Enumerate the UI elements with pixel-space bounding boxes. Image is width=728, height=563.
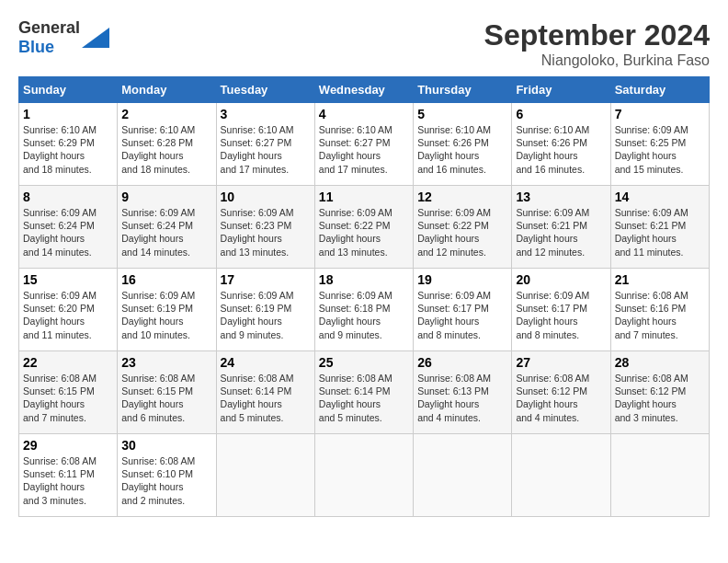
day-info: Sunrise: 6:08 AM Sunset: 6:10 PM Dayligh…: [121, 454, 211, 507]
day-number: 9: [121, 190, 211, 204]
day-info: Sunrise: 6:08 AM Sunset: 6:16 PM Dayligh…: [615, 289, 705, 341]
calendar-table: Sunday Monday Tuesday Wednesday Thursday…: [18, 76, 710, 517]
page-header: General Blue September 2024 Niangoloko, …: [18, 18, 710, 69]
day-info: Sunrise: 6:10 AM Sunset: 6:28 PM Dayligh…: [121, 123, 211, 176]
day-info: Sunrise: 6:09 AM Sunset: 6:17 PM Dayligh…: [516, 289, 606, 341]
col-sunday: Sunday: [19, 77, 118, 103]
title-area: September 2024 Niangoloko, Burkina Faso: [484, 18, 710, 69]
logo-icon: [82, 28, 109, 48]
day-number: 16: [121, 272, 211, 287]
day-info: Sunrise: 6:08 AM Sunset: 6:15 PM Dayligh…: [121, 372, 211, 424]
calendar-week-5: 29 Sunrise: 6:08 AM Sunset: 6:11 PM Dayl…: [19, 434, 710, 517]
day-info: Sunrise: 6:08 AM Sunset: 6:12 PM Dayligh…: [516, 372, 606, 424]
day-info: Sunrise: 6:10 AM Sunset: 6:26 PM Dayligh…: [417, 123, 507, 176]
day-number: 2: [121, 107, 211, 121]
calendar-header-row: Sunday Monday Tuesday Wednesday Thursday…: [19, 77, 710, 103]
calendar-week-1: 1 Sunrise: 6:10 AM Sunset: 6:29 PM Dayli…: [19, 103, 710, 186]
svg-marker-0: [82, 28, 109, 48]
day-info: Sunrise: 6:09 AM Sunset: 6:22 PM Dayligh…: [319, 206, 409, 259]
day-cell-20: 20 Sunrise: 6:09 AM Sunset: 6:17 PM Dayl…: [512, 269, 610, 351]
day-number: 26: [417, 355, 507, 370]
day-cell-27: 27 Sunrise: 6:08 AM Sunset: 6:12 PM Dayl…: [512, 351, 610, 434]
day-number: 28: [615, 355, 705, 370]
location-title: Niangoloko, Burkina Faso: [484, 52, 710, 69]
day-cell-3: 3 Sunrise: 6:10 AM Sunset: 6:27 PM Dayli…: [216, 103, 314, 186]
day-number: 20: [516, 272, 606, 287]
day-number: 18: [319, 272, 409, 287]
day-cell-2: 2 Sunrise: 6:10 AM Sunset: 6:28 PM Dayli…: [118, 103, 216, 186]
col-tuesday: Tuesday: [216, 77, 314, 103]
day-cell-16: 16 Sunrise: 6:09 AM Sunset: 6:19 PM Dayl…: [118, 269, 216, 351]
day-info: Sunrise: 6:10 AM Sunset: 6:29 PM Dayligh…: [23, 123, 113, 176]
day-number: 17: [221, 272, 311, 287]
day-cell-19: 19 Sunrise: 6:09 AM Sunset: 6:17 PM Dayl…: [414, 269, 512, 351]
col-friday: Friday: [512, 77, 610, 103]
day-info: Sunrise: 6:08 AM Sunset: 6:12 PM Dayligh…: [615, 372, 705, 424]
day-number: 11: [319, 190, 409, 204]
day-info: Sunrise: 6:09 AM Sunset: 6:18 PM Dayligh…: [319, 289, 409, 341]
day-cell-9: 9 Sunrise: 6:09 AM Sunset: 6:24 PM Dayli…: [118, 186, 216, 269]
col-thursday: Thursday: [414, 77, 512, 103]
day-number: 5: [417, 107, 507, 121]
day-cell-1: 1 Sunrise: 6:10 AM Sunset: 6:29 PM Dayli…: [19, 103, 118, 186]
day-info: Sunrise: 6:10 AM Sunset: 6:27 PM Dayligh…: [221, 123, 311, 176]
day-number: 22: [23, 355, 113, 370]
day-cell-29: 29 Sunrise: 6:08 AM Sunset: 6:11 PM Dayl…: [19, 434, 118, 517]
day-info: Sunrise: 6:08 AM Sunset: 6:15 PM Dayligh…: [23, 372, 113, 424]
day-number: 8: [23, 190, 113, 204]
empty-cell: [216, 434, 314, 517]
day-number: 15: [23, 272, 113, 287]
day-number: 6: [516, 107, 606, 121]
day-number: 19: [417, 272, 507, 287]
day-cell-8: 8 Sunrise: 6:09 AM Sunset: 6:24 PM Dayli…: [19, 186, 118, 269]
day-number: 1: [23, 107, 113, 121]
day-info: Sunrise: 6:09 AM Sunset: 6:25 PM Dayligh…: [615, 123, 705, 176]
calendar-week-3: 15 Sunrise: 6:09 AM Sunset: 6:20 PM Dayl…: [19, 269, 710, 351]
day-cell-6: 6 Sunrise: 6:10 AM Sunset: 6:26 PM Dayli…: [512, 103, 610, 186]
day-cell-26: 26 Sunrise: 6:08 AM Sunset: 6:13 PM Dayl…: [414, 351, 512, 434]
day-cell-30: 30 Sunrise: 6:08 AM Sunset: 6:10 PM Dayl…: [118, 434, 216, 517]
day-cell-13: 13 Sunrise: 6:09 AM Sunset: 6:21 PM Dayl…: [512, 186, 610, 269]
day-cell-14: 14 Sunrise: 6:09 AM Sunset: 6:21 PM Dayl…: [610, 186, 709, 269]
day-cell-24: 24 Sunrise: 6:08 AM Sunset: 6:14 PM Dayl…: [216, 351, 314, 434]
day-info: Sunrise: 6:10 AM Sunset: 6:27 PM Dayligh…: [319, 123, 409, 176]
day-info: Sunrise: 6:08 AM Sunset: 6:13 PM Dayligh…: [417, 372, 507, 424]
day-cell-22: 22 Sunrise: 6:08 AM Sunset: 6:15 PM Dayl…: [19, 351, 118, 434]
day-info: Sunrise: 6:09 AM Sunset: 6:23 PM Dayligh…: [221, 206, 311, 259]
logo-blue: Blue: [18, 38, 54, 56]
day-cell-7: 7 Sunrise: 6:09 AM Sunset: 6:25 PM Dayli…: [610, 103, 709, 186]
day-cell-11: 11 Sunrise: 6:09 AM Sunset: 6:22 PM Dayl…: [314, 186, 413, 269]
day-cell-10: 10 Sunrise: 6:09 AM Sunset: 6:23 PM Dayl…: [216, 186, 314, 269]
day-info: Sunrise: 6:09 AM Sunset: 6:20 PM Dayligh…: [23, 289, 113, 341]
day-info: Sunrise: 6:09 AM Sunset: 6:24 PM Dayligh…: [23, 206, 113, 259]
day-number: 12: [417, 190, 507, 204]
day-info: Sunrise: 6:09 AM Sunset: 6:21 PM Dayligh…: [516, 206, 606, 259]
day-info: Sunrise: 6:09 AM Sunset: 6:21 PM Dayligh…: [615, 206, 705, 259]
day-number: 7: [615, 107, 705, 121]
day-number: 25: [319, 355, 409, 370]
day-cell-17: 17 Sunrise: 6:09 AM Sunset: 6:19 PM Dayl…: [216, 269, 314, 351]
day-number: 27: [516, 355, 606, 370]
col-wednesday: Wednesday: [314, 77, 413, 103]
day-number: 24: [221, 355, 311, 370]
col-saturday: Saturday: [610, 77, 709, 103]
month-title: September 2024: [484, 18, 710, 52]
day-info: Sunrise: 6:08 AM Sunset: 6:14 PM Dayligh…: [221, 372, 311, 424]
day-number: 14: [615, 190, 705, 204]
day-number: 4: [319, 107, 409, 121]
day-cell-18: 18 Sunrise: 6:09 AM Sunset: 6:18 PM Dayl…: [314, 269, 413, 351]
day-number: 10: [221, 190, 311, 204]
day-number: 29: [23, 438, 113, 453]
day-cell-28: 28 Sunrise: 6:08 AM Sunset: 6:12 PM Dayl…: [610, 351, 709, 434]
day-number: 23: [121, 355, 211, 370]
day-info: Sunrise: 6:10 AM Sunset: 6:26 PM Dayligh…: [516, 123, 606, 176]
day-number: 21: [615, 272, 705, 287]
calendar-week-2: 8 Sunrise: 6:09 AM Sunset: 6:24 PM Dayli…: [19, 186, 710, 269]
day-info: Sunrise: 6:09 AM Sunset: 6:17 PM Dayligh…: [417, 289, 507, 341]
day-info: Sunrise: 6:09 AM Sunset: 6:22 PM Dayligh…: [417, 206, 507, 259]
day-info: Sunrise: 6:08 AM Sunset: 6:11 PM Dayligh…: [23, 454, 113, 507]
calendar-week-4: 22 Sunrise: 6:08 AM Sunset: 6:15 PM Dayl…: [19, 351, 710, 434]
day-info: Sunrise: 6:09 AM Sunset: 6:24 PM Dayligh…: [121, 206, 211, 259]
empty-cell: [314, 434, 413, 517]
day-number: 13: [516, 190, 606, 204]
